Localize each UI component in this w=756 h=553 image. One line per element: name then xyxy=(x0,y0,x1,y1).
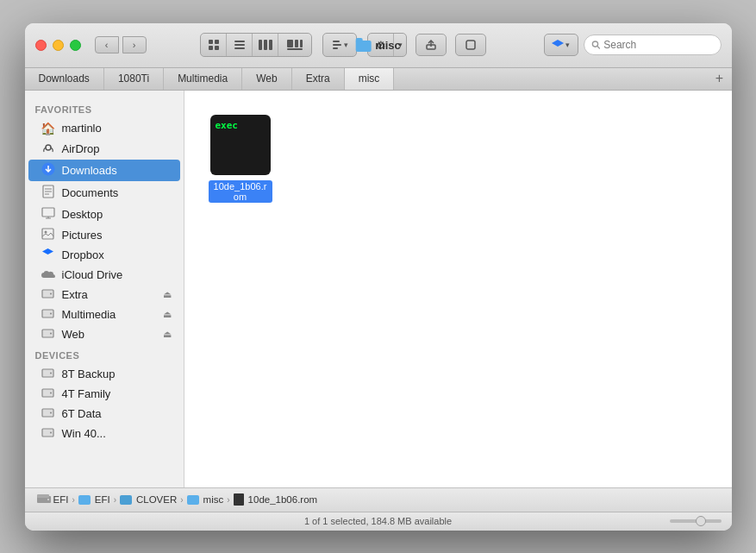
svg-rect-5 xyxy=(234,44,245,46)
bc-file[interactable]: 10de_1b06.rom xyxy=(234,493,318,506)
sidebar-item-extra[interactable]: Extra ⏏ xyxy=(28,286,180,305)
minimize-button[interactable] xyxy=(53,40,64,51)
sidebar: Favorites 🏠 martinlo AirDrop xyxy=(25,91,184,487)
multimedia-drive-icon xyxy=(41,308,56,322)
svg-point-42 xyxy=(50,392,52,393)
search-box[interactable] xyxy=(584,35,722,55)
icon-view-btn[interactable] xyxy=(201,34,227,56)
svg-rect-3 xyxy=(215,46,219,50)
tab-add-button[interactable]: + xyxy=(708,68,732,90)
svg-rect-17 xyxy=(427,45,435,49)
sidebar-item-4t-family[interactable]: 4T Family xyxy=(28,385,180,404)
eject-web-icon[interactable]: ⏏ xyxy=(163,329,172,340)
svg-marker-30 xyxy=(42,248,53,255)
svg-point-44 xyxy=(50,412,52,413)
bc-folder-icon-1 xyxy=(78,495,91,505)
sidebar-label-pictures: Pictures xyxy=(62,229,103,242)
sidebar-label-4t-family: 4T Family xyxy=(62,387,111,400)
svg-line-23 xyxy=(597,46,599,48)
6t-data-icon xyxy=(41,407,56,421)
bc-clover-folder[interactable]: CLOVER xyxy=(120,494,177,505)
sidebar-label-martinlo: martinlo xyxy=(62,122,102,135)
eject-extra-icon[interactable]: ⏏ xyxy=(163,289,172,300)
svg-rect-9 xyxy=(269,40,272,50)
sidebar-item-airdrop[interactable]: AirDrop xyxy=(28,139,180,159)
tag-btn[interactable] xyxy=(455,34,486,56)
sidebar-item-documents[interactable]: Documents xyxy=(28,182,180,204)
maximize-button[interactable] xyxy=(70,40,81,51)
tab-downloads[interactable]: Downloads xyxy=(25,68,104,90)
svg-point-29 xyxy=(45,230,47,233)
tab-extra[interactable]: Extra xyxy=(292,68,345,90)
share-btn[interactable] xyxy=(415,34,447,56)
svg-rect-33 xyxy=(42,290,53,298)
back-button[interactable]: ‹ xyxy=(95,36,119,53)
tab-multimedia[interactable]: Multimedia xyxy=(164,68,242,90)
svg-rect-11 xyxy=(295,40,298,47)
sidebar-label-8t-backup: 8T Backup xyxy=(62,368,116,380)
file-name: 10de_1b06.rom xyxy=(209,180,272,203)
svg-point-49 xyxy=(47,499,49,500)
svg-rect-39 xyxy=(42,369,53,377)
bc-sep-2: › xyxy=(114,495,116,505)
dropbox-btn[interactable]: ▾ xyxy=(544,34,578,56)
sidebar-item-desktop[interactable]: Desktop xyxy=(28,204,180,224)
slider-track xyxy=(670,519,722,523)
arrange-btn[interactable]: ▾ xyxy=(323,34,356,56)
sidebar-item-martinlo[interactable]: 🏠 martinlo xyxy=(28,119,180,138)
svg-point-38 xyxy=(50,332,52,334)
file-item-rom[interactable]: exec 10de_1b06.rom xyxy=(202,108,279,210)
sidebar-item-dropbox[interactable]: Dropbox xyxy=(28,246,180,265)
tab-1080ti[interactable]: 1080Ti xyxy=(104,68,164,90)
sidebar-item-icloud[interactable]: iCloud Drive xyxy=(28,266,180,285)
tab-misc[interactable]: misc xyxy=(345,68,395,90)
sidebar-item-downloads[interactable]: Downloads xyxy=(28,160,180,181)
svg-marker-19 xyxy=(552,40,564,47)
svg-rect-41 xyxy=(42,389,53,397)
forward-button[interactable]: › xyxy=(122,36,147,53)
svg-rect-6 xyxy=(234,47,245,49)
bc-clover-label: CLOVER xyxy=(136,494,177,505)
gallery-view-btn[interactable] xyxy=(278,34,311,56)
main-content: Favorites 🏠 martinlo AirDrop xyxy=(25,91,732,487)
sidebar-label-icloud: iCloud Drive xyxy=(62,268,123,281)
bc-file-icon xyxy=(234,493,244,506)
svg-rect-43 xyxy=(42,409,53,417)
arrange-group: ▾ xyxy=(322,33,357,57)
column-view-btn[interactable] xyxy=(253,34,278,56)
bc-sep-4: › xyxy=(227,495,229,505)
svg-point-40 xyxy=(50,372,52,374)
close-button[interactable] xyxy=(35,40,47,51)
bc-file-label: 10de_1b06.rom xyxy=(248,494,318,505)
desktop-icon xyxy=(41,207,56,222)
zoom-slider[interactable] xyxy=(670,519,722,523)
svg-rect-13 xyxy=(287,48,303,50)
sidebar-item-win40[interactable]: Win 40... xyxy=(28,424,180,443)
sidebar-item-multimedia[interactable]: Multimedia ⏏ xyxy=(28,305,180,324)
bc-efi-drive-label: EFI xyxy=(53,494,69,505)
bc-misc-folder[interactable]: misc xyxy=(187,494,224,505)
drive-bc-icon xyxy=(37,494,51,505)
svg-rect-18 xyxy=(466,41,475,49)
svg-rect-37 xyxy=(42,330,53,337)
svg-rect-2 xyxy=(209,46,213,50)
sidebar-item-8t-backup[interactable]: 8T Backup xyxy=(28,365,180,384)
4t-family-icon xyxy=(41,387,56,401)
action-btn[interactable]: ⚙ xyxy=(368,34,394,56)
sidebar-label-web: Web xyxy=(62,328,85,341)
bc-efi-drive[interactable]: EFI xyxy=(37,494,69,505)
bc-efi-folder[interactable]: EFI xyxy=(78,494,110,505)
sidebar-item-web[interactable]: Web ⏏ xyxy=(28,325,180,344)
view-mode-group xyxy=(200,33,312,57)
tab-web[interactable]: Web xyxy=(242,68,291,90)
sidebar-label-6t-data: 6T Data xyxy=(62,407,102,420)
eject-multimedia-icon[interactable]: ⏏ xyxy=(163,309,172,320)
svg-rect-7 xyxy=(259,40,262,50)
search-input[interactable] xyxy=(603,39,713,51)
sidebar-label-downloads: Downloads xyxy=(62,164,117,177)
sidebar-item-pictures[interactable]: Pictures xyxy=(28,225,180,245)
sidebar-item-6t-data[interactable]: 6T Data xyxy=(28,405,180,424)
list-view-btn[interactable] xyxy=(227,34,253,56)
action-chevron[interactable]: ▾ xyxy=(394,34,406,56)
downloads-icon xyxy=(41,162,56,179)
